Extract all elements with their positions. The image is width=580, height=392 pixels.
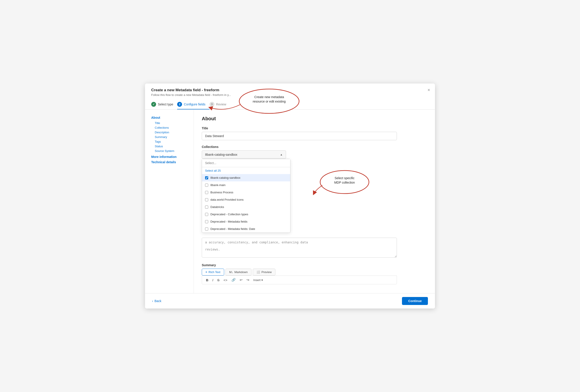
dropdown-item-label-6: Deprecated - Metadata fields: [210, 220, 247, 223]
tab-rich-text[interactable]: ≡ Rich Text: [202, 269, 224, 276]
wizard-steps: ✓ Select type 2 Configure fields 3 Revie…: [151, 100, 429, 109]
insert-chevron-icon: ▾: [261, 278, 263, 282]
checkbox-7[interactable]: [205, 227, 208, 231]
tab-preview-label: Preview: [261, 270, 272, 274]
dropdown-item-6[interactable]: Deprecated - Metadata fields: [202, 218, 290, 225]
bold-button[interactable]: B: [205, 278, 209, 282]
summary-label: Summary: [202, 263, 427, 267]
checkbox-0[interactable]: [205, 176, 208, 179]
modal: Create new metadata resource or edit exi…: [145, 84, 435, 308]
modal-header: Create a new Metadata field - freeform F…: [145, 84, 435, 110]
modal-subtitle: Follow this flow to create a new Metadat…: [151, 93, 429, 97]
modal-title: Create a new Metadata field - freeform: [151, 88, 429, 92]
dropdown-item-label-3: data.world Provided Icons: [210, 198, 244, 201]
rich-text-icon: ≡: [206, 270, 207, 274]
editor-toolbar: B I S <> 🔗 ↩ ↪ Insert ▾: [202, 276, 397, 284]
sidebar-section-title-about[interactable]: About: [151, 116, 190, 119]
dropdown-item-3[interactable]: data.world Provided Icons: [202, 196, 290, 203]
preview-icon: ⬜: [257, 270, 260, 274]
sidebar: About Title Collections Description Summ…: [145, 110, 194, 293]
sidebar-item-description[interactable]: Description: [151, 130, 190, 135]
tab-rich-text-label: Rich Text: [209, 270, 220, 274]
dropdown-item-label-0: 8bank-catalog-sandbox: [210, 176, 240, 179]
checkbox-3[interactable]: [205, 198, 208, 201]
tab-preview[interactable]: ⬜ Preview: [253, 269, 275, 276]
summary-form-group: Summary ≡ Rich Text M↓ Markdown ⬜ Previe…: [202, 263, 427, 284]
back-chevron-icon: ‹: [152, 299, 153, 303]
step-3-label: Review: [216, 102, 226, 106]
dropdown-item-0[interactable]: 8bank-catalog-sandbox: [202, 174, 290, 181]
dropdown-item-1[interactable]: 8bank-main: [202, 181, 290, 189]
dropdown-item-label-4: Databricks: [210, 205, 224, 209]
dropdown-item-5[interactable]: Deprecated - Collection types: [202, 211, 290, 218]
description-textarea[interactable]: a accuracy, consistency, and compliance,…: [202, 238, 397, 258]
wizard-step-select-type[interactable]: ✓ Select type: [151, 100, 177, 109]
sidebar-item-collections[interactable]: Collections: [151, 125, 190, 130]
dropdown-item-7[interactable]: Deprecated - Metadata fields: Date: [202, 225, 290, 233]
undo-button[interactable]: ↩: [239, 278, 243, 282]
title-form-group: Title: [202, 126, 427, 140]
modal-footer: ‹ Back Continue: [145, 293, 435, 308]
checkbox-5[interactable]: [205, 213, 208, 216]
title-input[interactable]: [202, 132, 397, 140]
insert-button[interactable]: Insert ▾: [253, 278, 264, 282]
close-button[interactable]: ×: [428, 88, 430, 93]
checkbox-1[interactable]: [205, 184, 208, 187]
sidebar-section-title-more-info[interactable]: More information: [151, 155, 190, 159]
sidebar-section-about: About Title Collections Description Summ…: [151, 116, 190, 153]
sidebar-section-title-technical[interactable]: Technical details: [151, 160, 190, 164]
description-form-group: a accuracy, consistency, and compliance,…: [202, 238, 427, 258]
sidebar-item-title[interactable]: Title: [151, 121, 190, 125]
collections-label: Collections: [202, 145, 427, 149]
wizard-step-review[interactable]: 3 Review: [210, 100, 230, 109]
markdown-icon: M↓: [229, 270, 233, 274]
wizard-step-configure-fields[interactable]: 2 Configure fields: [177, 100, 209, 109]
back-button[interactable]: ‹ Back: [152, 299, 161, 303]
tab-markdown[interactable]: M↓ Markdown: [225, 269, 251, 276]
code-button[interactable]: <>: [223, 278, 228, 282]
sidebar-item-summary[interactable]: Summary: [151, 135, 190, 139]
sidebar-item-tags[interactable]: Tags: [151, 139, 190, 144]
collections-selected-value: 8bank-catalog-sandbox: [205, 153, 237, 156]
dropdown-item-label-5: Deprecated - Collection types: [210, 213, 248, 216]
step-1-label: Select type: [158, 102, 173, 106]
dropdown-item-label-2: Business Process: [210, 191, 233, 194]
rich-text-tabs: ≡ Rich Text M↓ Markdown ⬜ Preview: [202, 269, 427, 276]
sidebar-item-source-system[interactable]: Source System: [151, 149, 190, 153]
dropdown-item-2[interactable]: Business Process: [202, 189, 290, 196]
select-all-option[interactable]: Select all 25: [202, 167, 290, 174]
step-1-circle: ✓: [151, 102, 156, 107]
continue-button[interactable]: Continue: [402, 297, 428, 305]
back-label: Back: [154, 299, 161, 303]
checkbox-2[interactable]: [205, 191, 208, 194]
dropdown-search-input[interactable]: [202, 159, 290, 167]
collections-form-group: Collections 8bank-catalog-sandbox ▲ Sele…: [202, 145, 427, 233]
step-2-label: Configure fields: [184, 102, 205, 106]
chevron-up-icon: ▲: [280, 153, 283, 156]
sidebar-section-more-info: More information: [151, 155, 190, 159]
italic-button[interactable]: I: [212, 278, 214, 282]
collections-dropdown: Select all 25 8bank-catalog-sandbox 8ban…: [202, 159, 290, 233]
dropdown-item-label-1: 8bank-main: [210, 183, 225, 187]
sidebar-item-status[interactable]: Status: [151, 144, 190, 149]
link-button[interactable]: 🔗: [231, 278, 237, 282]
dropdown-item-label-7: Deprecated - Metadata fields: Date: [210, 227, 255, 231]
main-content: About Title Collections 8bank-catalog-sa…: [194, 110, 435, 293]
redo-button[interactable]: ↪: [246, 278, 250, 282]
sidebar-section-technical: Technical details: [151, 160, 190, 164]
tab-markdown-label: Markdown: [234, 270, 248, 274]
dropdown-item-4[interactable]: Databricks: [202, 203, 290, 211]
section-title: About: [202, 116, 427, 122]
strikethrough-button[interactable]: S: [216, 278, 220, 282]
step-3-circle: 3: [210, 102, 214, 107]
checkbox-6[interactable]: [205, 220, 208, 223]
checkbox-4[interactable]: [205, 205, 208, 209]
collections-trigger[interactable]: 8bank-catalog-sandbox ▲: [202, 150, 286, 159]
modal-body: About Title Collections Description Summ…: [145, 110, 435, 293]
title-label: Title: [202, 126, 427, 130]
step-2-circle: 2: [177, 102, 182, 107]
